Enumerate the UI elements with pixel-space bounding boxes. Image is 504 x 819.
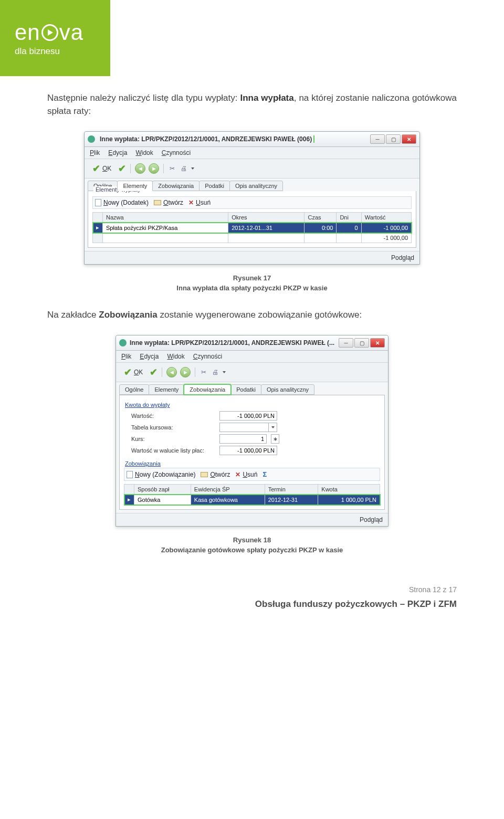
menu-plik[interactable]: Plik xyxy=(121,353,131,360)
minimize-button[interactable]: ─ xyxy=(370,134,385,144)
combo-tabela-kursowa[interactable] xyxy=(219,423,277,432)
input-wartosc[interactable] xyxy=(219,411,277,421)
input-kurs[interactable] xyxy=(219,434,267,444)
row-wartosc: Wartość: xyxy=(131,411,380,421)
grid-zobowiazania: Sposób zapł Ewidencja ŚP Termin Kwota ▸ … xyxy=(124,484,380,505)
logo-post: va xyxy=(59,20,83,45)
ok-button[interactable]: ✔OK xyxy=(89,161,115,176)
paragraph-1: Następnie należy naliczyć listę dla typu… xyxy=(47,92,457,118)
nav-back-button[interactable]: ◄ xyxy=(166,367,177,377)
menu-czynnosci[interactable]: Czynności xyxy=(162,149,191,156)
tab-podatki[interactable]: Podatki xyxy=(199,181,230,191)
otworz-button[interactable]: Otwórz xyxy=(201,471,230,478)
row-tabela-kursowa: Tabela kursowa: xyxy=(131,423,380,432)
tab-podatki[interactable]: Podatki xyxy=(230,384,261,395)
section-zobowiazania[interactable]: Zobowiązania xyxy=(125,460,161,467)
window-title: Inne wypłata: LPR/PKZP/2012/12/1/0001, A… xyxy=(98,135,313,143)
maximize-button[interactable]: ▢ xyxy=(386,134,401,144)
cell-kwota: 1 000,00 PLN xyxy=(318,495,380,505)
panel-toolbar: Nowy (Zobowiązanie) Otwórz ✕Usuń Σ xyxy=(124,468,380,481)
brand-logo: en va dla biznesu xyxy=(0,0,110,76)
col-ewidencja[interactable]: Ewidencja ŚP xyxy=(191,485,265,495)
delete-icon: ✕ xyxy=(235,471,240,478)
menu-edycja[interactable]: Edycja xyxy=(140,353,159,360)
figure-caption-2a: Rysunek 18 xyxy=(47,536,457,544)
window-inne-wyplata-elementy: Inne wypłata: LPR/PKZP/2012/12/1/0001, A… xyxy=(84,131,420,265)
cell-nazwa: Spłata pożyczki PKZP/Kasa xyxy=(103,223,228,233)
usun-button[interactable]: ✕Usuń xyxy=(188,199,211,206)
panel-elementy-wyplaty: Elementy wypłaty Nowy (Dodatek) Otwórz ✕… xyxy=(88,191,416,248)
nav-forward-button[interactable]: ► xyxy=(149,163,159,174)
maximize-button[interactable]: ▢ xyxy=(354,338,369,348)
usun-button[interactable]: ✕Usuń xyxy=(235,471,257,478)
tab-elementy[interactable]: Elementy xyxy=(149,384,184,395)
status-podglad[interactable]: Podgląd xyxy=(360,516,383,523)
col-wartosc[interactable]: Wartość xyxy=(361,213,411,223)
tools-icon[interactable]: ✂ xyxy=(168,164,176,173)
col-czas[interactable]: Czas xyxy=(304,213,337,223)
table-row[interactable]: ▸ Gotówka Kasa gotówkowa 2012-12-31 1 00… xyxy=(124,495,380,505)
chevron-down-icon xyxy=(268,423,277,432)
print-icon[interactable]: 🖨 xyxy=(180,164,188,173)
input-wwlp[interactable] xyxy=(219,446,277,455)
menu-widok[interactable]: Widok xyxy=(167,353,184,360)
logo-sub: dla biznesu xyxy=(15,46,110,57)
menu-edycja[interactable]: Edycja xyxy=(108,149,127,156)
print-icon[interactable]: 🖨 xyxy=(211,368,219,376)
menu-plik[interactable]: Plik xyxy=(90,149,100,156)
cell-ewidencja: Kasa gotówkowa xyxy=(191,495,265,505)
tab-opis-analityczny[interactable]: Opis analityczny xyxy=(261,384,314,395)
tabs: Ogólne Elementy Zobowiązania Podatki Opi… xyxy=(85,178,419,191)
tools-icon[interactable]: ✂ xyxy=(200,368,208,376)
figure-caption-1b: Inna wypłata dla spłaty pożyczki PKZP w … xyxy=(47,284,457,292)
statusbar: Podgląd xyxy=(85,251,419,264)
cell-sposob: Gotówka xyxy=(134,495,191,505)
close-button[interactable]: ✕ xyxy=(402,134,416,144)
nowy-button[interactable]: Nowy (Zobowiązanie) xyxy=(127,471,195,478)
nav-back-button[interactable]: ◄ xyxy=(135,163,145,174)
dropdown-icon[interactable] xyxy=(191,167,194,170)
check-icon[interactable]: ✔ xyxy=(150,366,158,378)
toolbar: ✔OK ✔ ◄ ► ✂ 🖨 xyxy=(85,159,419,178)
kurs-spin-button[interactable]: ∗ xyxy=(271,434,279,444)
menu-widok[interactable]: Widok xyxy=(135,149,153,156)
cell-termin: 2012-12-31 xyxy=(265,495,318,505)
menubar: Plik Edycja Widok Czynności xyxy=(85,147,419,159)
tab-opis-analityczny[interactable]: Opis analityczny xyxy=(229,181,283,191)
row-wartosc-walucie: Wartość w walucie listy płac: xyxy=(131,446,380,455)
figure-caption-1a: Rysunek 17 xyxy=(47,274,457,282)
menubar: Plik Edycja Widok Czynności xyxy=(116,351,388,363)
tab-zobowiazania[interactable]: Zobowiązania xyxy=(152,181,200,191)
check-icon[interactable]: ✔ xyxy=(118,163,126,174)
play-icon xyxy=(41,24,58,41)
menu-czynnosci[interactable]: Czynności xyxy=(193,353,222,360)
nowy-button[interactable]: Nowy (Dodatek) xyxy=(95,199,149,206)
tabs: Ogólne Elementy Zobowiązania Podatki Opi… xyxy=(116,382,388,395)
col-termin[interactable]: Termin xyxy=(265,485,318,495)
col-dni[interactable]: Dni xyxy=(337,213,361,223)
logo-pre: en xyxy=(15,20,40,45)
col-sposob[interactable]: Sposób zapł xyxy=(134,485,191,495)
nav-forward-button[interactable]: ► xyxy=(180,367,191,377)
window-inne-wyplata-zobowiazania: Inne wypłata: LPR/PKZP/2012/12/1/0001, A… xyxy=(116,335,388,527)
section-kwota-do-wyplaty[interactable]: Kwota do wypłaty xyxy=(125,402,170,408)
tab-zobowiazania[interactable]: Zobowiązania xyxy=(184,384,231,395)
otworz-button[interactable]: Otwórz xyxy=(154,199,183,206)
close-button[interactable]: ✕ xyxy=(370,338,385,348)
sum-button[interactable]: Σ xyxy=(262,470,267,478)
col-nazwa[interactable]: Nazwa xyxy=(103,213,228,223)
table-row[interactable]: ▸ Spłata pożyczki PKZP/Kasa 2012-12-01..… xyxy=(93,223,412,233)
statusbar: Podgląd xyxy=(116,513,388,526)
folder-open-icon xyxy=(154,200,161,205)
col-okres[interactable]: Okres xyxy=(228,213,304,223)
col-kwota[interactable]: Kwota xyxy=(318,485,380,495)
ok-button[interactable]: ✔OK xyxy=(120,365,146,380)
tab-elementy[interactable]: Elementy xyxy=(117,181,153,191)
status-podglad[interactable]: Podgląd xyxy=(391,254,414,261)
dropdown-icon[interactable] xyxy=(223,371,226,373)
panel-toolbar: Nowy (Dodatek) Otwórz ✕Usuń xyxy=(92,196,412,209)
minimize-button[interactable]: ─ xyxy=(339,338,353,348)
window-title: Inne wypłata: LPR/PKZP/2012/12/1/0001, A… xyxy=(130,339,339,346)
tab-ogolne[interactable]: Ogólne xyxy=(119,384,149,395)
app-icon xyxy=(119,339,127,346)
